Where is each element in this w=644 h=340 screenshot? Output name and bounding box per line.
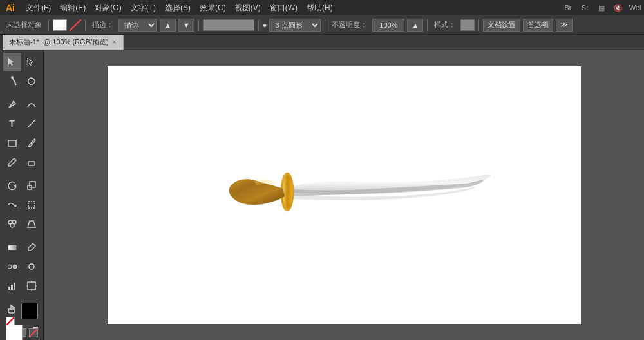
opacity-label: 不透明度： [329,20,370,30]
svg-marker-0 [8,58,14,66]
magic-wand-tool[interactable] [3,72,21,90]
svg-rect-25 [14,283,15,290]
bridge-icon[interactable]: Br [562,1,574,14]
rotate-tool[interactable] [3,176,21,194]
curvature-tool[interactable] [23,95,41,113]
tool-row-5 [3,134,41,152]
welcome-label: Wel [629,1,641,14]
svg-rect-16 [8,245,16,250]
style-label: 样式： [431,20,458,30]
select-tool[interactable] [3,53,21,71]
options-toolbar: 未选择对象 描边： 描边 ▲ ▼ ● 3 点圆形 不透明度： ▲ 样式： 文档设… [0,15,644,35]
menu-select[interactable]: 选择(S) [161,0,194,15]
type-tool[interactable]: T [3,115,21,133]
sep1 [48,19,49,31]
stroke-preview [203,19,254,31]
svg-point-3 [11,76,14,79]
mute-icon[interactable]: 🔇 [612,1,625,14]
document-tab[interactable]: 未标题-1* @ 100% (RGB/预览) × [3,35,124,50]
tool-row-7 [3,176,41,194]
svg-point-20 [29,264,30,265]
warp-tool[interactable] [3,196,21,214]
lasso-tool[interactable] [23,72,41,90]
tool-row-8 [3,196,41,214]
menu-object[interactable]: 对象(O) [91,0,125,15]
tools-panel: T [0,50,44,340]
opacity-input[interactable] [372,19,404,32]
svg-rect-6 [8,140,16,146]
menu-type[interactable]: 文字(T) [127,0,160,15]
menu-effect[interactable]: 效果(C) [196,0,230,15]
stroke-dropdown[interactable]: 描边 [118,19,157,32]
svg-point-14 [10,223,14,227]
sword-illustration [183,131,505,260]
stroke-swatch[interactable] [21,303,38,319]
fill-swatch[interactable] [6,325,23,340]
sep4 [258,19,259,31]
hand-tool[interactable] [3,300,21,318]
rect-tool[interactable] [3,134,21,152]
canvas-area[interactable] [44,50,644,340]
svg-rect-11 [28,202,35,208]
svg-marker-1 [28,58,33,66]
sep6 [427,19,428,31]
tab-close-btn[interactable]: × [113,39,117,46]
svg-point-21 [33,264,34,265]
menu-edit[interactable]: 编辑(E) [56,0,90,15]
blend-tool[interactable] [3,258,21,276]
stroke-up[interactable]: ▲ [160,19,176,32]
menu-window[interactable]: 窗口(W) [266,0,301,15]
menu-bar: Ai 文件(F) 编辑(E) 对象(O) 文字(T) 选择(S) 效果(C) 视… [0,0,644,15]
gradient-tool[interactable] [3,238,21,256]
perspective-tool[interactable] [23,215,41,233]
style-swatch[interactable] [460,19,475,31]
shape-builder-tool[interactable] [3,215,21,233]
top-bar-right: Br St ▦ 🔇 Wel [562,1,641,14]
artboard-tool[interactable] [23,277,41,295]
sep5 [325,19,325,31]
tab-title: 未标题-1* [9,37,39,47]
sep2 [85,19,86,31]
preferences-btn[interactable]: 首选项 [523,19,553,32]
pencil-tool[interactable] [3,153,21,171]
svg-point-17 [8,265,12,269]
fill-color-swatch[interactable] [53,19,67,31]
scale-tool[interactable] [23,176,41,194]
grid-icon[interactable]: ▦ [595,1,608,14]
tool-row-3 [3,95,41,113]
svg-line-5 [28,120,35,128]
point-shape-bullet: ● [263,21,267,29]
menu-view[interactable]: 视图(V) [231,0,265,15]
svg-line-2 [12,77,16,85]
tab-bar: 未标题-1* @ 100% (RGB/预览) × [0,35,644,50]
stroke-slash[interactable] [70,19,81,31]
direct-select-tool[interactable] [23,53,41,71]
sep3 [198,19,199,31]
pen-tool[interactable] [3,95,21,113]
free-transform-tool[interactable] [23,196,41,214]
point-shape-select[interactable]: 3 点圆形 [269,19,321,32]
opacity-up[interactable]: ▲ [407,19,423,32]
more-btn[interactable]: ≫ [556,19,573,32]
color-controls: ⇄ [6,325,38,326]
stroke-down[interactable]: ▼ [178,19,194,32]
menu-help[interactable]: 帮助(H) [303,0,337,15]
menu-file[interactable]: 文件(F) [22,0,55,15]
eyedropper-tool[interactable] [23,238,41,256]
draw-outside-btn[interactable] [29,328,38,337]
column-graph-tool[interactable] [3,277,21,295]
paintbrush-tool[interactable] [23,134,41,152]
stock-icon[interactable]: St [578,1,591,14]
svg-marker-8 [14,184,16,187]
tool-row-2 [3,72,41,90]
tool-row-10 [3,238,41,256]
svg-rect-23 [8,287,10,290]
tab-info: @ 100% (RGB/预览) [43,37,109,47]
artboard [108,66,581,324]
symbol-sprayer-tool[interactable] [23,258,41,276]
line-tool[interactable] [23,115,41,133]
svg-point-4 [12,101,14,103]
tool-row-4: T [3,115,41,133]
doc-settings-btn[interactable]: 文档设置 [483,19,520,32]
eraser-tool[interactable] [23,153,41,171]
